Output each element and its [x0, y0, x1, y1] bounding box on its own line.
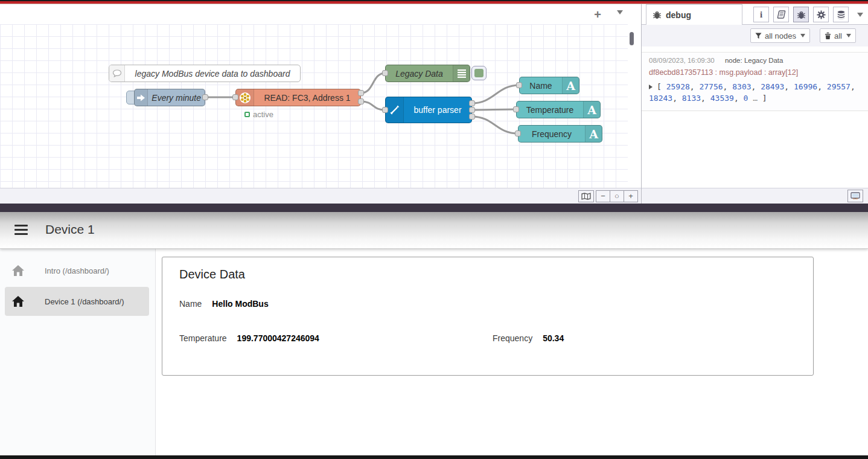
inject-label: Every minute — [148, 93, 205, 103]
comment-node[interactable]: legacy ModBus device data to dashboard — [109, 65, 301, 82]
bug-icon — [653, 10, 662, 19]
zoom-reset-button[interactable]: ○ — [610, 190, 624, 202]
modbus-output-port-1[interactable] — [358, 90, 364, 96]
modbus-output-port-2[interactable] — [358, 98, 364, 104]
modbus-input-port[interactable] — [232, 94, 238, 100]
debug-toolbar: all nodes all — [642, 25, 868, 47]
navigator-map-button[interactable] — [578, 190, 594, 202]
sidebar-item-device1[interactable]: Device 1 (/dashboard/) — [5, 287, 149, 316]
inject-arrow-icon — [135, 89, 148, 106]
window-top-edge — [0, 0, 868, 4]
window-separator-bar — [0, 204, 868, 212]
ui-node-label: Name — [520, 81, 562, 91]
comment-icon — [109, 65, 125, 82]
caret-down-icon — [800, 34, 805, 37]
taskbar-edge — [0, 455, 868, 459]
message-property-path: df8ecbd817357113 : msg.payload : array[1… — [649, 68, 861, 77]
ui-node-label: Frequency — [519, 129, 585, 139]
status-text: active — [253, 110, 273, 119]
flow-workspace: + — [0, 4, 628, 204]
inject-node[interactable]: Every minute — [134, 89, 205, 106]
message-source-node: node: Legacy Data — [725, 57, 783, 64]
scrollbar-thumb[interactable] — [630, 32, 634, 45]
sidebar-item-label: Intro (/dashboard/) — [45, 266, 109, 275]
sidebar-menu-caret-icon[interactable] — [857, 13, 863, 17]
modbus-node-status: active — [244, 110, 273, 119]
wire[interactable] — [472, 85, 519, 103]
parser-output-port-2[interactable] — [469, 107, 475, 113]
wire[interactable] — [361, 101, 385, 110]
inject-output-port[interactable] — [202, 94, 208, 100]
buffer-parser-icon — [386, 97, 404, 123]
info-tab-button[interactable]: i — [753, 7, 769, 22]
sidebar-item-label: Device 1 (/dashboard/) — [45, 297, 124, 306]
debug-sidebar: debug i — [641, 4, 868, 204]
debug-message[interactable]: 08/09/2023, 16:09:30 node: Legacy Data d… — [642, 52, 868, 111]
workspace-tabbar: + — [0, 4, 628, 24]
workspace-scrollbar[interactable] — [628, 24, 641, 188]
funnel-icon — [755, 33, 762, 39]
ui-text-node-temperature[interactable]: Temperature A — [516, 101, 601, 118]
wire[interactable] — [361, 73, 385, 93]
tab-debug-label: debug — [666, 10, 691, 20]
wire[interactable] — [472, 117, 518, 133]
field-temperature: Temperature199.77000427246094 — [179, 333, 319, 343]
parser-output-port-1[interactable] — [469, 100, 475, 106]
trash-icon — [825, 32, 831, 39]
nodered-editor: + — [0, 4, 868, 204]
open-debug-window-button[interactable] — [847, 190, 863, 202]
config-tab-button[interactable] — [813, 7, 829, 22]
ui-text-node-frequency[interactable]: Frequency A — [518, 125, 602, 143]
sidebar-tool-buttons: i — [753, 7, 849, 22]
dashboard-title: Device 1 — [45, 222, 95, 237]
zoom-out-button[interactable]: − — [596, 190, 610, 202]
home-icon — [12, 296, 24, 307]
field-label: Frequency — [493, 333, 532, 343]
add-flow-button[interactable]: + — [590, 7, 605, 22]
parser-input-port[interactable] — [382, 107, 388, 113]
field-name: NameHello ModBus — [179, 299, 269, 309]
menu-toggle-icon[interactable] — [14, 225, 28, 235]
screen: + — [0, 0, 868, 459]
debug-payload-array: [ 25928, 27756, 8303, 28493, 16996, 2955… — [649, 82, 855, 103]
debug-node-input-port[interactable] — [382, 70, 388, 76]
parser-output-port-3[interactable] — [469, 114, 475, 120]
dashboard-content: Device Data NameHello ModBus Temperature… — [156, 249, 868, 455]
dashboard-sidebar: Intro (/dashboard/) Device 1 (/dashboard… — [0, 249, 156, 455]
text-widget-icon: A — [583, 101, 600, 118]
comment-label: legacy ModBus device data to dashboard — [125, 69, 300, 79]
filter-nodes-button[interactable]: all nodes — [750, 28, 810, 43]
field-value: 199.77000427246094 — [237, 333, 319, 343]
debug-tab-button[interactable] — [793, 7, 809, 22]
filter-label: all nodes — [765, 31, 796, 40]
ui-frequency-input-port[interactable] — [515, 130, 521, 136]
card-title: Device Data — [179, 268, 245, 281]
debug-toggle-indicator — [474, 69, 483, 77]
wire[interactable] — [472, 109, 516, 110]
sidebar-item-intro[interactable]: Intro (/dashboard/) — [5, 257, 149, 284]
ui-temperature-input-port[interactable] — [513, 106, 519, 112]
ui-text-node-name[interactable]: Name A — [519, 77, 579, 94]
tab-debug[interactable]: debug — [646, 4, 742, 25]
modbus-read-node[interactable]: READ: FC3, Address 1 — [235, 89, 361, 106]
clear-messages-button[interactable]: all — [820, 28, 856, 43]
field-label: Temperature — [179, 333, 227, 343]
buffer-parser-node[interactable]: buffer parser — [385, 97, 472, 123]
expand-arrow-icon[interactable] — [649, 85, 653, 89]
dashboard-header: Device 1 — [0, 212, 868, 249]
debug-message-meta: 08/09/2023, 16:09:30 node: Legacy Data — [649, 57, 861, 64]
flow-list-caret-icon[interactable] — [617, 10, 623, 14]
zoom-in-button[interactable]: + — [624, 190, 638, 202]
debug-enable-toggle[interactable] — [471, 66, 487, 80]
workspace-footer: − ○ + — [0, 188, 641, 204]
field-label: Name — [179, 299, 202, 309]
buffer-parser-label: buffer parser — [404, 105, 471, 115]
text-widget-icon: A — [562, 77, 579, 94]
debug-payload: [ 25928, 27756, 8303, 28493, 16996, 2955… — [649, 82, 861, 104]
context-data-tab-button[interactable] — [833, 7, 849, 22]
debug-list-icon — [453, 65, 470, 82]
help-tab-button[interactable] — [773, 7, 789, 22]
dashboard-body: Intro (/dashboard/) Device 1 (/dashboard… — [0, 249, 868, 455]
ui-name-input-port[interactable] — [516, 82, 522, 88]
debug-sidebar-node[interactable]: Legacy Data — [385, 65, 470, 82]
